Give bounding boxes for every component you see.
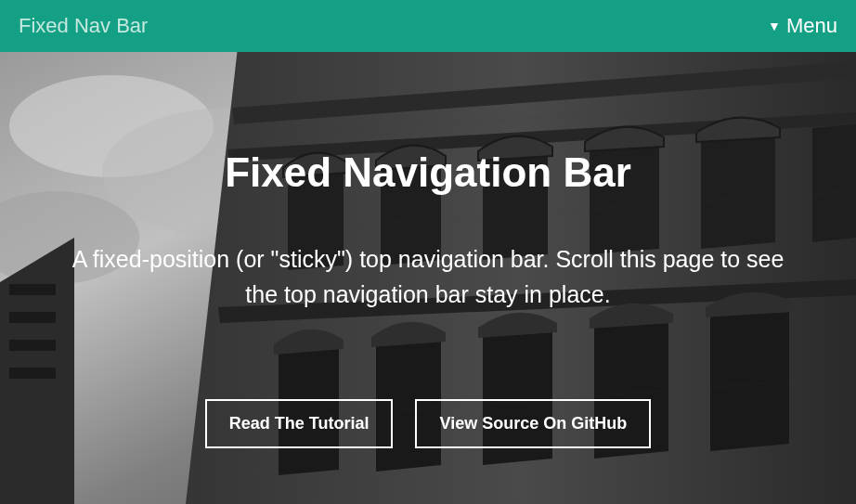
- read-tutorial-button[interactable]: Read The Tutorial: [205, 399, 394, 448]
- menu-label: Menu: [786, 14, 837, 38]
- view-source-button[interactable]: View Source On GitHub: [415, 399, 651, 448]
- menu-button[interactable]: ▼ Menu: [768, 14, 837, 38]
- hero-section: Fixed Navigation Bar A fixed-position (o…: [0, 52, 856, 504]
- hero-content: Fixed Navigation Bar A fixed-position (o…: [37, 89, 819, 467]
- navbar: Fixed Nav Bar ▼ Menu: [0, 0, 856, 52]
- hero-text-group: Fixed Navigation Bar A fixed-position (o…: [66, 149, 790, 312]
- hero-title: Fixed Navigation Bar: [225, 149, 631, 196]
- chevron-down-icon: ▼: [768, 19, 781, 33]
- hero-subtitle: A fixed-position (or "sticky") top navig…: [66, 242, 790, 312]
- nav-brand[interactable]: Fixed Nav Bar: [19, 14, 148, 38]
- svg-marker-17: [812, 124, 856, 242]
- button-row: Read The Tutorial View Source On GitHub: [205, 399, 651, 448]
